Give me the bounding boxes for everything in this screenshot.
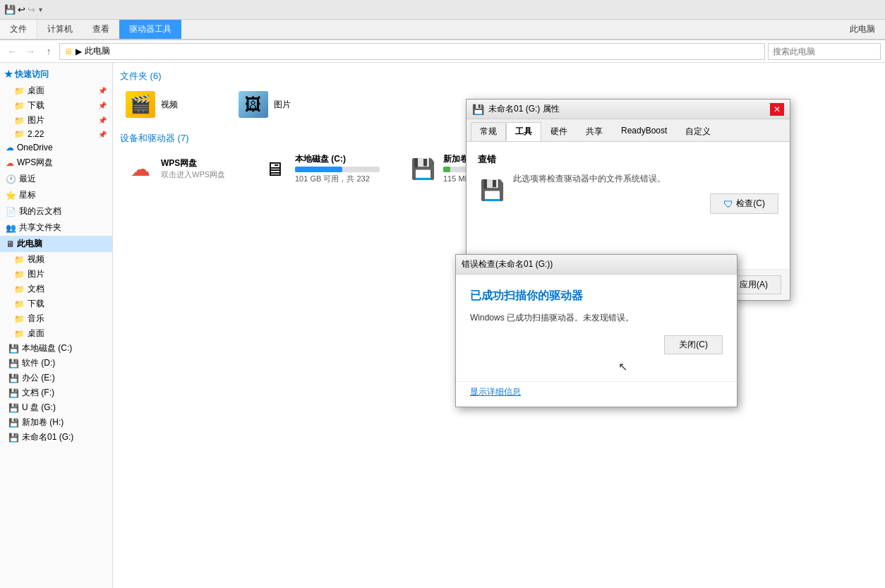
sidebar-item-downloads[interactable]: 📁下载📌 xyxy=(0,98,112,113)
tab-custom[interactable]: 自定义 xyxy=(676,122,720,141)
check-section-title: 查错 xyxy=(478,153,778,166)
ribbon-tabs: 文件 计算机 查看 驱动器工具 此电脑 xyxy=(0,20,885,40)
error-dialog-content: 已成功扫描你的驱动器 Windows 已成功扫描驱动器。未发现错误。 关闭(C)… xyxy=(456,275,737,381)
error-success-title: 已成功扫描你的驱动器 xyxy=(470,289,723,304)
sidebar-item-my-cloud-docs[interactable]: 📄我的云文档 xyxy=(0,203,112,220)
error-detail-link[interactable]: 显示详细信息 xyxy=(470,387,521,397)
mouse-cursor: ↖ xyxy=(618,360,628,374)
tab-tools[interactable]: 工具 xyxy=(506,122,541,141)
properties-tab-content: 查错 💾 此选项将检查驱动器中的文件系统错误。 🛡 检查(C) xyxy=(466,142,790,269)
properties-dialog-close[interactable]: ✕ xyxy=(770,103,784,116)
sidebar-item-local-c[interactable]: 💾本地磁盘 (C:) xyxy=(0,341,112,356)
search-input[interactable] xyxy=(768,43,881,60)
properties-dialog-icon: 💾 xyxy=(472,104,484,115)
window-title: 此电脑 xyxy=(840,20,885,39)
error-dialog-titlebar[interactable]: 错误检查(未命名01 (G:)) xyxy=(456,255,737,275)
properties-dialog-title: 未命名01 (G:) 属性 xyxy=(488,103,770,115)
error-detail-link-area: 显示详细信息 xyxy=(456,381,737,407)
sidebar-item-222[interactable]: 📁2.22📌 xyxy=(0,128,112,140)
sidebar-item-desktop2[interactable]: 📁桌面 xyxy=(0,326,112,341)
breadcrumb-text: 此电脑 xyxy=(85,45,110,57)
drive-c-info: 本地磁盘 (C:) 101 GB 可用，共 232 xyxy=(295,153,380,184)
breadcrumb-separator: ▶ xyxy=(76,47,82,56)
up-button[interactable]: ↑ xyxy=(41,44,56,59)
error-dialog-title: 错误检查(未命名01 (G:)) xyxy=(462,258,731,270)
breadcrumb[interactable]: 🖥 ▶ 此电脑 xyxy=(59,43,765,60)
sidebar-item-drive-e[interactable]: 💾办公 (E:) xyxy=(0,371,112,385)
sidebar-item-recent[interactable]: 🕐最近 xyxy=(0,171,112,187)
check-description: 此选项将检查驱动器中的文件系统错误。 xyxy=(513,173,778,185)
quick-access-toolbar: 💾 ↩ ↪ ▾ xyxy=(0,0,885,20)
sidebar-item-onedrive[interactable]: ☁OneDrive xyxy=(0,140,112,155)
error-check-dialog: 错误检查(未命名01 (G:)) 已成功扫描你的驱动器 Windows 已成功扫… xyxy=(455,254,738,407)
sidebar-item-drive-g[interactable]: 💾U 盘 (G:) xyxy=(0,400,112,415)
sidebar-item-starred[interactable]: ⭐星标 xyxy=(0,187,112,203)
error-close-button[interactable]: 关闭(C) xyxy=(664,335,723,354)
properties-dialog-titlebar[interactable]: 💾 未命名01 (G:) 属性 ✕ xyxy=(466,100,790,119)
sidebar-item-drive-d[interactable]: 💾软件 (D:) xyxy=(0,356,112,371)
folder-videos-icon: 🎬 xyxy=(126,91,155,118)
drive-c-icon: 🖥 xyxy=(260,154,289,184)
drive-local-c[interactable]: 🖥 本地磁盘 (C:) 101 GB 可用，共 232 xyxy=(254,150,395,187)
check-section-body: 💾 此选项将检查驱动器中的文件系统错误。 🛡 检查(C) xyxy=(478,173,778,214)
sidebar-item-drive-unnamed[interactable]: 💾未命名01 (G:) xyxy=(0,430,112,445)
properties-tabs: 常规 工具 硬件 共享 ReadyBoost 自定义 xyxy=(466,119,790,142)
sidebar-item-drive-f[interactable]: 💾文档 (F:) xyxy=(0,385,112,400)
tab-readyboost[interactable]: ReadyBoost xyxy=(612,122,676,141)
folder-videos[interactable]: 🎬 视频 xyxy=(120,88,226,121)
dropdown-icon: ▾ xyxy=(39,6,42,13)
error-description: Windows 已成功扫描驱动器。未发现错误。 xyxy=(470,312,723,324)
tab-hardware[interactable]: 硬件 xyxy=(541,122,577,141)
save-icon: 💾 xyxy=(4,4,16,15)
folder-icon: 🖥 xyxy=(64,47,73,56)
sidebar-quick-access-header[interactable]: ★ 快速访问 xyxy=(0,66,112,83)
sidebar-item-music[interactable]: 📁音乐 xyxy=(0,311,112,326)
drive-h-icon: 💾 xyxy=(408,154,438,184)
sidebar: ★ 快速访问 📁桌面📌 📁下载📌 📁图片📌 📁2.22📌 ☁OneDrive ☁… xyxy=(0,63,113,588)
tab-file[interactable]: 文件 xyxy=(0,20,37,39)
wps-icon: ☁ xyxy=(126,154,155,184)
redo-icon: ↪ xyxy=(28,4,35,15)
tab-drive-tools[interactable]: 驱动器工具 xyxy=(119,20,181,39)
folders-section-title: 文件夹 (6) xyxy=(120,70,878,83)
drive-wps-cloud[interactable]: ☁ WPS网盘 双击进入WPS网盘 xyxy=(120,150,247,187)
shield-icon: 🛡 xyxy=(723,198,733,210)
sidebar-item-desktop[interactable]: 📁桌面📌 xyxy=(0,83,112,98)
wps-info: WPS网盘 双击进入WPS网盘 xyxy=(161,157,225,180)
tab-general[interactable]: 常规 xyxy=(471,122,506,141)
sidebar-item-shared-folder[interactable]: 👥共享文件夹 xyxy=(0,220,112,236)
folder-pictures-icon: 🖼 xyxy=(239,91,268,118)
undo-icon: ↩ xyxy=(18,4,25,15)
folder-videos-label: 视频 xyxy=(161,99,178,111)
sidebar-item-this-pc[interactable]: 🖥此电脑 xyxy=(0,236,112,252)
sidebar-item-drive-h[interactable]: 💾新加卷 (H:) xyxy=(0,415,112,430)
tab-share[interactable]: 共享 xyxy=(577,122,612,141)
folder-pictures[interactable]: 🖼 图片 xyxy=(233,88,339,121)
back-button[interactable]: ← xyxy=(4,44,20,59)
tab-computer[interactable]: 计算机 xyxy=(37,20,83,39)
sidebar-item-pictures2[interactable]: 📁图片 xyxy=(0,267,112,282)
sidebar-item-wps-cloud[interactable]: ☁WPS网盘 xyxy=(0,155,112,171)
hdd-icon: 💾 xyxy=(478,176,506,204)
sidebar-item-videos[interactable]: 📁视频 xyxy=(0,252,112,267)
folder-pictures-label: 图片 xyxy=(274,99,291,111)
address-bar: ← → ↑ 🖥 ▶ 此电脑 xyxy=(0,40,885,63)
sidebar-item-pictures[interactable]: 📁图片📌 xyxy=(0,113,112,128)
sidebar-item-documents[interactable]: 📁文档 xyxy=(0,282,112,296)
forward-button[interactable]: → xyxy=(23,44,38,59)
tab-view[interactable]: 查看 xyxy=(83,20,119,39)
sidebar-item-downloads2[interactable]: 📁下载 xyxy=(0,296,112,311)
check-button[interactable]: 🛡 检查(C) xyxy=(710,193,778,214)
